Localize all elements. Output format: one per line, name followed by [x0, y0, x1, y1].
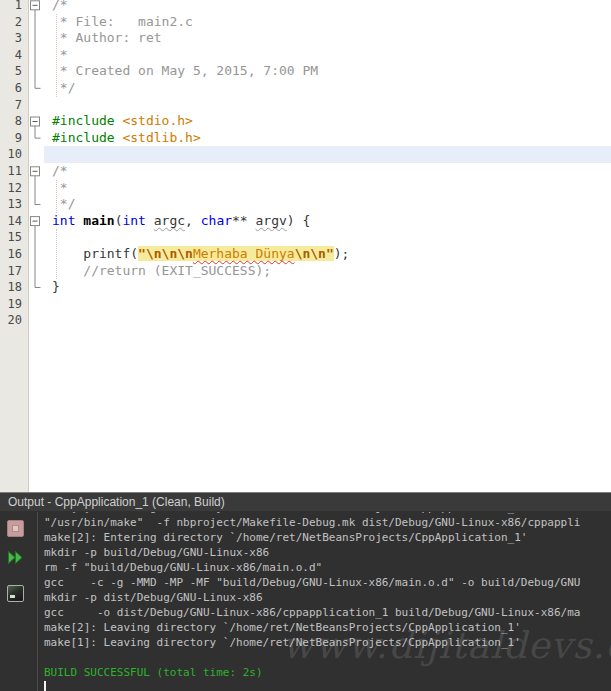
code-line[interactable]: * File: main2.c — [44, 14, 611, 31]
code-line[interactable]: * — [44, 180, 611, 197]
line-number[interactable]: 17 — [0, 263, 28, 280]
line-number[interactable]: 15 — [0, 229, 28, 246]
line-number[interactable]: 3 — [0, 30, 28, 47]
code-line[interactable]: //return (EXIT_SUCCESS); — [44, 263, 611, 280]
code-token: argc — [154, 213, 185, 228]
code-line[interactable]: } — [44, 279, 611, 296]
stop-button[interactable] — [7, 520, 24, 537]
output-line: make[2]: Leaving directory `/home/ret/Ne… — [44, 620, 611, 635]
line-number[interactable]: 9 — [0, 130, 28, 147]
code-line[interactable]: #include <stdio.h> — [44, 113, 611, 130]
line-number[interactable]: 4 — [0, 47, 28, 64]
code-token: \n\n" — [295, 246, 334, 261]
code-token: "\n\n\n — [138, 246, 193, 261]
code-token: printf( — [52, 246, 138, 261]
line-number[interactable]: 8 — [0, 113, 28, 130]
code-token: <stdio.h> — [122, 113, 192, 128]
code-token: * — [52, 47, 68, 62]
line-number[interactable]: 5 — [0, 63, 28, 80]
code-line[interactable]: printf("\n\n\nMerhaba Dünya\n\n"); — [44, 246, 611, 263]
code-token: /* — [52, 0, 68, 12]
output-line: make[1]: Leaving directory `/home/ret/Ne… — [44, 635, 611, 650]
code-line[interactable]: /* — [44, 0, 611, 14]
line-number[interactable]: 20 — [0, 312, 28, 329]
code-token: main — [83, 213, 114, 228]
code-token: #include — [52, 130, 115, 145]
output-line: mkdir -p build/Debug/GNU-Linux-x86 — [44, 545, 611, 560]
code-token: * File: main2.c — [52, 14, 193, 29]
code-token: , — [185, 213, 201, 228]
line-number[interactable]: 18 — [0, 279, 28, 296]
output-body[interactable]: make[1]: Entering directory `/home/ret/N… — [0, 512, 611, 691]
stop-square-icon — [12, 525, 19, 532]
code-line[interactable] — [44, 97, 611, 114]
output-line: rm -f "build/Debug/GNU-Linux-x86/main.o.… — [44, 560, 611, 575]
code-line[interactable] — [44, 146, 611, 163]
code-token: <stdlib.h> — [122, 130, 200, 145]
code-token: Merhaba Dünya — [193, 246, 295, 261]
code-line[interactable] — [44, 296, 611, 313]
code-token: /* — [52, 163, 68, 178]
output-line: gcc -c -g -MMD -MP -MF "build/Debug/GNU-… — [44, 575, 611, 590]
line-number[interactable]: 2 — [0, 14, 28, 31]
code-token: ) { — [287, 213, 310, 228]
output-line: "/usr/bin/make" -f nbproject/Makefile-De… — [44, 515, 611, 530]
rerun-button[interactable] — [7, 549, 24, 566]
code-token — [146, 213, 154, 228]
line-number[interactable]: 14 — [0, 213, 28, 230]
code-line[interactable]: */ — [44, 80, 611, 97]
code-token: #include — [52, 113, 115, 128]
code-token: */ — [52, 80, 75, 95]
line-number[interactable]: 12 — [0, 180, 28, 197]
code-token: ); — [334, 246, 350, 261]
terminal-button[interactable] — [7, 585, 24, 602]
code-line[interactable]: int main(int argc, char** argv) { — [44, 213, 611, 230]
code-token: } — [52, 279, 60, 294]
code-token: argv — [256, 213, 287, 228]
output-line: BUILD SUCCESSFUL (total time: 2s) — [44, 665, 611, 680]
text-cursor — [44, 681, 46, 691]
line-number[interactable]: 7 — [0, 97, 28, 114]
code-line[interactable]: * — [44, 47, 611, 64]
code-token: //return (EXIT_SUCCESS); — [52, 263, 271, 278]
output-panel: Output - CppApplication_1 (Clean, Build)… — [0, 492, 611, 691]
double-play-icon — [7, 549, 24, 566]
line-number[interactable]: 13 — [0, 196, 28, 213]
line-number[interactable]: 16 — [0, 246, 28, 263]
line-number[interactable]: 1 — [0, 0, 28, 14]
output-toolbar — [0, 512, 38, 691]
code-line[interactable]: * Author: ret — [44, 30, 611, 47]
code-line[interactable]: * Created on May 5, 2015, 7:00 PM — [44, 63, 611, 80]
line-number[interactable]: 6 — [0, 80, 28, 97]
code-token: int — [122, 213, 145, 228]
output-log[interactable]: make[1]: Entering directory `/home/ret/N… — [44, 512, 611, 691]
output-line — [44, 650, 611, 665]
line-number[interactable]: 11 — [0, 163, 28, 180]
code-line[interactable]: */ — [44, 196, 611, 213]
code-token: * Author: ret — [52, 30, 162, 45]
code-line[interactable] — [44, 312, 611, 329]
terminal-icon — [10, 595, 15, 598]
code-token: char — [201, 213, 232, 228]
output-line: mkdir -p dist/Debug/GNU-Linux-x86 — [44, 590, 611, 605]
code-token: */ — [52, 196, 75, 211]
netbeans-window: 1234567891011121314151617181920 /* * Fil… — [0, 0, 611, 691]
code-editor[interactable]: 1234567891011121314151617181920 /* * Fil… — [0, 0, 611, 492]
code-token: ** — [232, 213, 255, 228]
code-line[interactable]: /* — [44, 163, 611, 180]
output-line: gcc -o dist/Debug/GNU-Linux-x86/cppappli… — [44, 605, 611, 620]
code-line[interactable] — [44, 229, 611, 246]
output-line: make[2]: Entering directory `/home/ret/N… — [44, 530, 611, 545]
output-panel-title: Output - CppApplication_1 (Clean, Build) — [0, 493, 611, 511]
line-number-gutter[interactable]: 1234567891011121314151617181920 — [0, 0, 29, 492]
code-area[interactable]: /* * File: main2.c * Author: ret * * Cre… — [44, 0, 611, 492]
code-token: int — [52, 213, 75, 228]
line-number[interactable]: 19 — [0, 296, 28, 313]
code-line[interactable]: #include <stdlib.h> — [44, 130, 611, 147]
line-number[interactable]: 10 — [0, 146, 28, 163]
fold-margin[interactable] — [29, 0, 44, 492]
fold-markers-icon[interactable] — [29, 0, 44, 492]
code-token: * Created on May 5, 2015, 7:00 PM — [52, 63, 318, 78]
code-token: * — [52, 180, 68, 195]
